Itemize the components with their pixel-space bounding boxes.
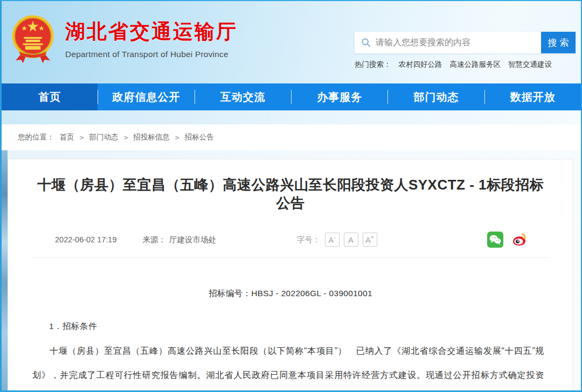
hot-search-row: 热门搜索： 农村四好公路 高速公路服务区 智慧交通建设 — [355, 60, 576, 69]
breadcrumb: 您的位置： 首页 > 部门动态 > 招投标信息 > 招标公告 — [2, 124, 581, 150]
article-meta-row: 2022-06-02 17:19 来源：厅建设市场处 字号： A- A A+ — [32, 232, 549, 258]
search-area: 搜索 热门搜索： 农村四好公路 高速公路服务区 智慧交通建设 — [355, 32, 576, 69]
search-input[interactable] — [376, 32, 541, 53]
weibo-icon[interactable] — [511, 232, 527, 248]
hot-search-term[interactable]: 智慧交通建设 — [508, 60, 552, 69]
site-subtitle: Department of Transport of Hubei Provinc… — [65, 50, 238, 59]
china-national-emblem-icon — [10, 13, 56, 65]
site-header: 湖北省交通运输厅 Department of Transport of Hube… — [2, 1, 581, 83]
font-size-label: 字号： — [297, 235, 321, 245]
search-input-box — [355, 32, 541, 53]
article-paragraph: 十堰（房县）至宜昌（五峰）高速公路兴山至长阳段（以下简称“本项目”） 已纳入了《… — [32, 339, 549, 392]
nav-item-interaction[interactable]: 互动交流 — [195, 83, 291, 110]
font-size-controls: 字号： A- A A+ — [297, 233, 377, 247]
bid-number-line: 招标编号：HBSJ - 202206GL - 039001001 — [32, 288, 549, 299]
font-size-normal-button[interactable]: A — [344, 233, 358, 247]
source-label: 来源： — [143, 235, 167, 244]
font-size-decrease-button[interactable]: A- — [325, 233, 340, 247]
breadcrumb-item-bidding-info[interactable]: 招投标信息 — [133, 132, 170, 142]
search-icon — [361, 38, 371, 47]
breadcrumb-item-bid-notice[interactable]: 招标公告 — [185, 132, 214, 142]
bid-number-value: HBSJ - 202206GL - 039001001 — [251, 289, 372, 298]
bid-number-label: 招标编号： — [209, 289, 251, 298]
main-nav: 首页 政府信息公开 互动交流 办事服务 部门动态 数据开放 — [2, 83, 581, 110]
nav-item-open-data[interactable]: 数据开放 — [485, 83, 581, 110]
article-title: 十堰（房县）至宜昌（五峰）高速公路兴山至长阳段投资人SYXCTZ - 1标段招标… — [32, 176, 549, 212]
site-title: 湖北省交通运输厅 — [65, 18, 238, 45]
search-button[interactable]: 搜索 — [541, 32, 576, 53]
breadcrumb-label: 您的位置： — [18, 132, 54, 142]
section-1-heading: 1．招标条件 — [32, 321, 549, 332]
nav-item-gov-info[interactable]: 政府信息公开 — [98, 83, 194, 110]
breadcrumb-separator: > — [123, 134, 128, 142]
breadcrumb-item-department-news[interactable]: 部门动态 — [89, 132, 118, 142]
hot-search-term[interactable]: 农村四好公路 — [399, 60, 442, 69]
header-gap-band — [2, 110, 581, 124]
hot-search-term[interactable]: 高速公路服务区 — [450, 60, 501, 69]
nav-item-services[interactable]: 办事服务 — [292, 83, 387, 110]
article-source: 来源：厅建设市场处 — [143, 235, 217, 245]
breadcrumb-separator: > — [175, 134, 179, 142]
publish-date: 2022-06-02 17:19 — [55, 235, 117, 244]
breadcrumb-item-home[interactable]: 首页 — [60, 132, 74, 142]
nav-item-home[interactable]: 首页 — [2, 83, 98, 110]
search-bar: 搜索 — [355, 32, 576, 53]
page: 湖北省交通运输厅 Department of Transport of Hube… — [0, 0, 582, 392]
wechat-icon[interactable] — [487, 232, 503, 248]
hot-search-label: 热门搜索： — [355, 60, 391, 69]
font-size-increase-button[interactable]: A+ — [363, 233, 377, 247]
nav-item-department-news[interactable]: 部门动态 — [388, 83, 484, 110]
main-background: 十堰（房县）至宜昌（五峰）高速公路兴山至长阳段投资人SYXCTZ - 1标段招标… — [2, 150, 581, 392]
site-logo-block[interactable]: 湖北省交通运输厅 Department of Transport of Hube… — [10, 13, 238, 65]
article-card: 十堰（房县）至宜昌（五峰）高速公路兴山至长阳段投资人SYXCTZ - 1标段招标… — [8, 159, 573, 392]
breadcrumb-separator: > — [80, 134, 84, 142]
brand-text: 湖北省交通运输厅 Department of Transport of Hube… — [65, 18, 238, 59]
source-value: 厅建设市场处 — [169, 235, 216, 244]
share-icons — [487, 232, 543, 248]
